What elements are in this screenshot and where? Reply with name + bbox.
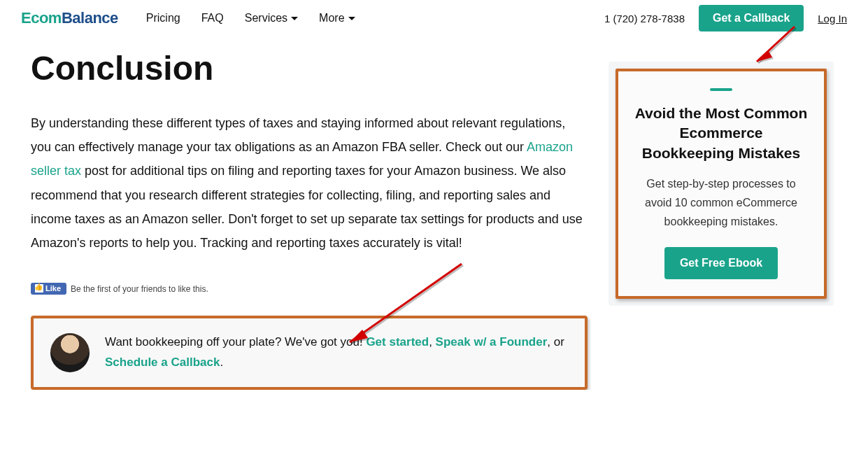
phone-number[interactable]: 1 (720) 278-7838: [604, 13, 685, 24]
get-started-link[interactable]: Get started: [366, 335, 429, 349]
sidebar: Avoid the Most Common Ecommerce Bookkeep…: [609, 62, 834, 306]
body-text-2: post for additional tips on filing and r…: [31, 164, 583, 250]
cta-text: Want bookkeeping off your plate? We've g…: [105, 332, 568, 373]
fb-like-label: Like: [45, 284, 61, 293]
sidebar-card: Avoid the Most Common Ecommerce Bookkeep…: [609, 62, 834, 306]
avatar: [50, 333, 90, 372]
schedule-callback-link[interactable]: Schedule a Callback: [105, 356, 220, 369]
sidebar-title: Avoid the Most Common Ecommerce Bookkeep…: [632, 104, 810, 163]
nav-pricing[interactable]: Pricing: [146, 12, 180, 24]
thumbs-up-icon: [35, 284, 43, 293]
main-nav: Pricing FAQ Services More: [146, 12, 355, 24]
nav-services[interactable]: Services: [245, 12, 298, 24]
cta-lead: Want bookkeeping off your plate? We've g…: [105, 335, 366, 349]
site-header: EcomBalance Pricing FAQ Services More 1 …: [0, 0, 868, 36]
header-right: 1 (720) 278-7838 Get a Callback Log In: [604, 5, 847, 31]
page-title: Conclusion: [31, 49, 588, 87]
nav-more-label: More: [319, 12, 344, 24]
nav-faq[interactable]: FAQ: [201, 12, 224, 24]
cta-tail: .: [220, 356, 223, 369]
article-body: By understanding these different types o…: [31, 111, 588, 255]
fb-like-button[interactable]: Like: [31, 283, 66, 295]
cta-sep1: ,: [429, 335, 435, 349]
speak-founder-link[interactable]: Speak w/ a Founder: [436, 335, 548, 349]
svg-marker-3: [757, 50, 772, 62]
chevron-down-icon: [291, 17, 298, 20]
sidebar-inner: Avoid the Most Common Ecommerce Bookkeep…: [616, 69, 827, 299]
accent-bar: [710, 88, 732, 91]
login-link[interactable]: Log In: [818, 13, 847, 24]
body-text-1: By understanding these different types o…: [31, 116, 565, 154]
fb-like-text: Be the first of your friends to like thi…: [71, 284, 208, 294]
chevron-down-icon: [348, 17, 355, 20]
article: Conclusion By understanding these differ…: [31, 36, 588, 390]
sidebar-desc: Get step-by-step processes to avoid 10 c…: [632, 174, 810, 232]
logo-text-1: Ecom: [21, 9, 62, 27]
facebook-like-widget: Like Be the first of your friends to lik…: [31, 283, 588, 295]
get-callback-button[interactable]: Get a Callback: [699, 5, 804, 31]
logo[interactable]: EcomBalance: [21, 9, 118, 27]
cta-sep2: , or: [547, 335, 564, 349]
main-content: Conclusion By understanding these differ…: [0, 36, 868, 390]
logo-text-2: Balance: [62, 9, 118, 27]
cta-box: Want bookkeeping off your plate? We've g…: [31, 316, 588, 390]
nav-more[interactable]: More: [319, 12, 355, 24]
nav-services-label: Services: [245, 12, 287, 24]
get-free-ebook-button[interactable]: Get Free Ebook: [664, 247, 778, 279]
